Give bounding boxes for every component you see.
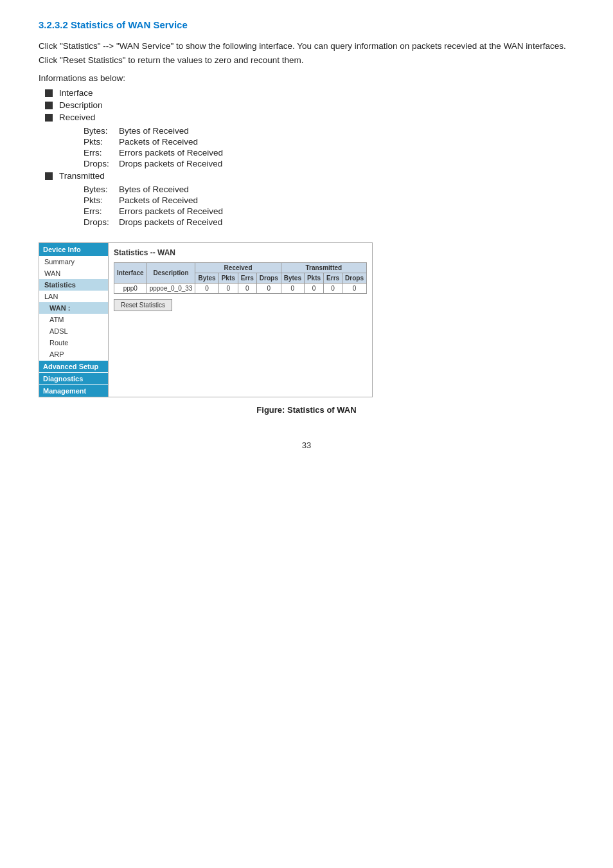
received-errs-label: Errs: (84, 148, 119, 158)
sidebar-item-wan-sub[interactable]: WAN : (39, 302, 108, 314)
received-drops-label: Drops: (84, 159, 119, 168)
page-number: 33 (39, 440, 574, 450)
transmitted-pkts: Pkts: Packets of Received (84, 195, 574, 205)
bullet-text-interface: Interface (59, 88, 93, 98)
transmitted-bytes: Bytes: Bytes of Received (84, 185, 574, 194)
transmitted-pkts-label: Pkts: (84, 195, 119, 205)
transmitted-bullet-list: Transmitted (39, 171, 574, 181)
table-row: ppp0 pppoe_0_0_33 0 0 0 0 0 0 0 0 (114, 284, 366, 294)
sidebar-item-summary[interactable]: Summary (39, 256, 108, 267)
bullet-text-transmitted: Transmitted (59, 171, 105, 181)
received-drops: Drops: Drops packets of Received (84, 159, 574, 168)
sidebar-item-adsl[interactable]: ADSL (39, 325, 108, 337)
row-interface: ppp0 (114, 284, 147, 294)
transmitted-pkts-desc: Packets of Received (119, 195, 198, 205)
col-received: Received (195, 263, 281, 273)
transmitted-drops: Drops: Drops packets of Received (84, 217, 574, 227)
col-description: Description (147, 263, 195, 284)
sub-tx-pkts: Pkts (304, 273, 323, 284)
info-label: Informations as below: (39, 73, 574, 83)
sub-tx-errs: Errs (324, 273, 342, 284)
bullet-received: Received (45, 113, 574, 122)
sidebar-item-route[interactable]: Route (39, 337, 108, 348)
transmitted-errs: Errs: Errors packets of Received (84, 206, 574, 216)
transmitted-drops-desc: Drops packets of Received (119, 217, 222, 227)
bullet-text-received: Received (59, 113, 95, 122)
row-rx-errs: 0 (238, 284, 256, 294)
bullet-icon-transmitted (45, 172, 53, 180)
row-tx-errs: 0 (324, 284, 342, 294)
main-content: Statistics -- WAN Interface Description … (109, 243, 372, 397)
sub-tx-drops: Drops (342, 273, 367, 284)
transmitted-bytes-desc: Bytes of Received (119, 185, 189, 194)
sub-rx-bytes: Bytes (195, 273, 218, 284)
bullet-icon-received (45, 114, 53, 122)
bullet-description: Description (45, 100, 574, 110)
stats-title: Statistics -- WAN (114, 248, 367, 257)
received-pkts-desc: Packets of Received (119, 137, 198, 147)
bullet-interface: Interface (45, 88, 574, 98)
sidebar-item-arp[interactable]: ARP (39, 348, 108, 360)
sidebar-section-advanced[interactable]: Advanced Setup (39, 361, 108, 372)
sidebar: Device Info Summary WAN Statistics LAN W… (39, 243, 109, 397)
received-sub-list: Bytes: Bytes of Received Pkts: Packets o… (39, 126, 574, 168)
sub-rx-pkts: Pkts (218, 273, 238, 284)
row-tx-pkts: 0 (304, 284, 323, 294)
sub-rx-drops: Drops (256, 273, 281, 284)
row-rx-bytes: 0 (195, 284, 218, 294)
col-interface: Interface (114, 263, 147, 284)
transmitted-sub-list: Bytes: Bytes of Received Pkts: Packets o… (39, 185, 574, 227)
sidebar-item-lan[interactable]: LAN (39, 291, 108, 302)
received-errs-desc: Errors packets of Received (119, 148, 223, 158)
sidebar-section-management[interactable]: Management (39, 385, 108, 397)
transmitted-drops-label: Drops: (84, 217, 119, 227)
received-bytes-label: Bytes: (84, 126, 119, 136)
sidebar-section-diagnostics[interactable]: Diagnostics (39, 373, 108, 384)
transmitted-errs-label: Errs: (84, 206, 119, 216)
sidebar-header: Device Info (39, 243, 108, 256)
row-rx-pkts: 0 (218, 284, 238, 294)
row-tx-drops: 0 (342, 284, 367, 294)
sidebar-item-wan[interactable]: WAN (39, 267, 108, 279)
router-screenshot: Device Info Summary WAN Statistics LAN W… (39, 242, 373, 397)
received-pkts-label: Pkts: (84, 137, 119, 147)
main-bullet-list: Interface Description Received (39, 88, 574, 122)
row-rx-drops: 0 (256, 284, 281, 294)
col-transmitted: Transmitted (281, 263, 366, 273)
received-bytes-desc: Bytes of Received (119, 126, 189, 136)
received-errs: Errs: Errors packets of Received (84, 148, 574, 158)
row-description: pppoe_0_0_33 (147, 284, 195, 294)
received-bytes: Bytes: Bytes of Received (84, 126, 574, 136)
intro-text: Click "Statistics" --> "WAN Service" to … (39, 39, 574, 67)
section-title: 3.2.3.2 Statistics of WAN Service (39, 19, 574, 30)
sub-rx-errs: Errs (238, 273, 256, 284)
row-tx-bytes: 0 (281, 284, 304, 294)
sub-tx-bytes: Bytes (281, 273, 304, 284)
sidebar-item-statistics[interactable]: Statistics (39, 279, 108, 291)
bullet-transmitted: Transmitted (45, 171, 574, 181)
transmitted-bytes-label: Bytes: (84, 185, 119, 194)
received-pkts: Pkts: Packets of Received (84, 137, 574, 147)
stats-table: Interface Description Received Transmitt… (114, 262, 367, 294)
reset-statistics-button[interactable]: Reset Statistics (114, 299, 172, 311)
received-drops-desc: Drops packets of Received (119, 159, 222, 168)
bullet-text-description: Description (59, 100, 103, 110)
bullet-icon-interface (45, 89, 53, 97)
bullet-icon-description (45, 102, 53, 109)
transmitted-errs-desc: Errors packets of Received (119, 206, 223, 216)
sidebar-item-atm[interactable]: ATM (39, 314, 108, 325)
figure-caption: Figure: Statistics of WAN (39, 405, 574, 415)
